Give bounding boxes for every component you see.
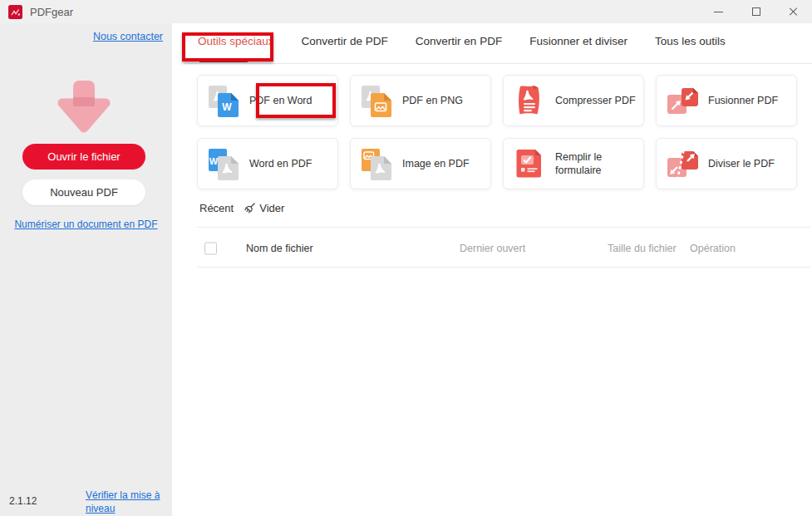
tool-card-image-en-pdf[interactable]: Image en PDF	[350, 138, 491, 189]
select-all-checkbox[interactable]	[204, 243, 217, 255]
column-last-opened: Dernier ouvert	[460, 243, 525, 254]
tool-label: Word en PDF	[249, 157, 312, 170]
tool-card-word-en-pdf[interactable]: W Word en PDF	[197, 138, 338, 189]
clear-recent-button[interactable]: Vider	[244, 202, 284, 214]
split-pdf-icon	[664, 145, 701, 182]
tool-card-pdf-en-word[interactable]: W PDF en Word	[197, 75, 338, 126]
version-label: 2.1.12	[9, 495, 37, 507]
tool-card-remplir-formulaire[interactable]: Remplir le formulaire	[503, 138, 644, 189]
maximize-button[interactable]	[737, 0, 775, 23]
minimize-button[interactable]	[700, 0, 737, 23]
active-tab-underline	[199, 59, 248, 62]
tool-label: Image en PDF	[402, 157, 470, 170]
titlebar: PDFgear	[0, 0, 812, 23]
svg-text:W: W	[222, 101, 232, 113]
maximize-icon	[752, 7, 760, 16]
tool-label: PDF en Word	[249, 94, 312, 107]
pdf-to-word-icon: W	[205, 82, 242, 119]
fill-form-icon	[511, 145, 548, 182]
window-controls	[700, 0, 812, 23]
scan-to-pdf-link[interactable]: Numériser un document en PDF	[14, 219, 157, 230]
window-title: PDFgear	[30, 6, 73, 18]
tool-card-fusionner-pdf[interactable]: Fusionner PDF	[656, 75, 797, 126]
tools-grid: W PDF en Word PDF en PNG	[197, 75, 797, 189]
recent-header: Récent Vider	[199, 202, 284, 214]
check-update-link[interactable]: Vérifier la mise à niveau	[86, 489, 162, 515]
svg-text:W: W	[209, 156, 219, 166]
tab-convertir-en-pdf[interactable]: Convertir en PDF	[416, 35, 502, 52]
contact-link[interactable]: Nous contacter	[93, 31, 163, 42]
divider	[197, 227, 810, 228]
tab-outils-speciaux[interactable]: Outils spéciaux	[198, 35, 274, 52]
broom-icon	[244, 202, 256, 214]
tool-label: Diviser le PDF	[708, 157, 775, 170]
pdfgear-window: PDFgear Nous contacter Ouvrir le fichier…	[0, 0, 812, 516]
download-arrow-icon	[42, 78, 125, 143]
main-area: Outils spéciaux Convertir de PDF Convert…	[172, 23, 812, 516]
pdfgear-logo-icon	[8, 5, 22, 19]
merge-pdf-icon	[664, 82, 701, 119]
compress-pdf-icon	[511, 82, 548, 119]
tool-card-pdf-en-png[interactable]: PDF en PNG	[350, 75, 491, 126]
recent-title: Récent	[199, 202, 234, 214]
close-icon	[789, 7, 799, 17]
image-to-pdf-icon	[358, 145, 395, 182]
tool-label: Remplir le formulaire	[555, 150, 638, 178]
clear-recent-label: Vider	[259, 202, 284, 214]
sidebar: Nous contacter Ouvrir le fichier Nouveau…	[0, 23, 172, 516]
tab-convertir-de-pdf[interactable]: Convertir de PDF	[302, 35, 388, 52]
new-pdf-button[interactable]: Nouveau PDF	[22, 179, 145, 205]
tool-label: Compresser PDF	[555, 94, 636, 107]
pdf-to-png-icon	[358, 82, 395, 119]
tabs-bar: Outils spéciaux Convertir de PDF Convert…	[198, 35, 726, 52]
tab-fusionner-et-diviser[interactable]: Fusionner et diviser	[529, 35, 627, 52]
tab-tous-les-outils[interactable]: Tous les outils	[655, 35, 726, 52]
word-to-pdf-icon: W	[205, 145, 242, 182]
divider	[185, 63, 812, 64]
column-file-size: Taille du fichier	[608, 243, 677, 254]
tool-card-compresser-pdf[interactable]: Compresser PDF	[503, 75, 644, 126]
divider	[197, 267, 810, 268]
close-button[interactable]	[775, 0, 812, 23]
recent-table-header: Nom de fichier Dernier ouvert Taille du …	[197, 236, 810, 261]
tool-card-diviser-pdf[interactable]: Diviser le PDF	[656, 138, 797, 189]
tool-label: PDF en PNG	[402, 94, 463, 107]
open-file-button[interactable]: Ouvrir le fichier	[22, 144, 145, 170]
minimize-icon	[714, 12, 723, 12]
tool-label: Fusionner PDF	[708, 94, 778, 107]
column-filename: Nom de fichier	[246, 243, 313, 254]
column-operation: Opération	[690, 243, 736, 254]
